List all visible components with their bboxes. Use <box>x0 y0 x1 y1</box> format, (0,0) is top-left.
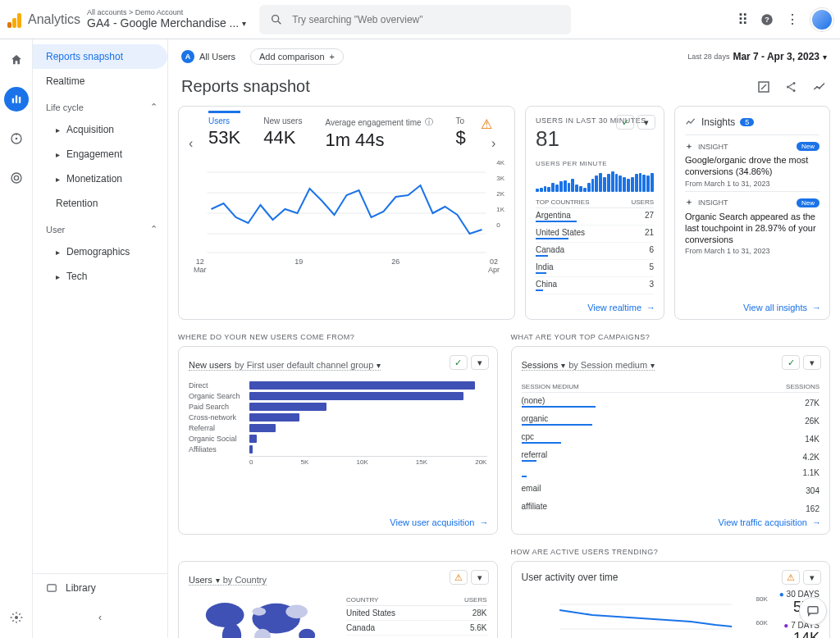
library-icon <box>46 582 57 594</box>
svg-text:?: ? <box>765 16 769 24</box>
nav-rail <box>0 39 33 638</box>
arrow-right-icon: → <box>646 303 655 312</box>
table-row[interactable]: email304 <box>522 481 820 499</box>
warning-icon[interactable]: ⚠ <box>782 570 800 585</box>
nav-acquisition[interactable]: ▸Acquisition <box>33 117 167 142</box>
date-range-picker[interactable]: Last 28 daysMar 7 - Apr 3, 2023▾ <box>687 51 827 62</box>
arrow-right-icon: → <box>480 517 489 527</box>
campaigns-card: ✓▾ Sessions ▾ by Session medium ▾ SESSIO… <box>511 346 831 535</box>
nav-retention[interactable]: Retention <box>33 191 167 216</box>
chip-add-comparison[interactable]: Add comparison+ <box>250 48 344 65</box>
account-selector[interactable]: All accounts > Demo Account GA4 - Google… <box>87 9 246 30</box>
nav-user-header[interactable]: User⌃ <box>33 216 167 239</box>
table-row[interactable]: India5 <box>536 260 654 277</box>
help-icon[interactable]: ? <box>760 12 774 27</box>
svg-point-19 <box>819 87 820 89</box>
status-more-icon[interactable]: ▾ <box>471 570 489 585</box>
table-row[interactable]: United States21 <box>536 226 654 243</box>
search-input[interactable] <box>292 14 561 25</box>
chevron-down-icon: ▾ <box>823 52 827 62</box>
metric-users[interactable]: Users53K <box>208 116 240 148</box>
new-users-card: ✓▾ New users by First user default chann… <box>178 346 498 535</box>
svg-point-29 <box>253 608 267 616</box>
property-name: GA4 - Google Merchandise ...▾ <box>87 17 246 30</box>
metric-engagement-time[interactable]: Average engagement time ⓘ1m 44s <box>325 116 432 151</box>
overview-chart <box>189 156 504 254</box>
analytics-logo[interactable]: Analytics <box>7 11 80 28</box>
hbar-row: Affiliates <box>189 445 487 453</box>
status-more-icon[interactable]: ▾ <box>803 570 821 585</box>
svg-rect-4 <box>11 98 13 103</box>
view-user-acquisition-link[interactable]: View user acquisition→ <box>390 517 488 527</box>
table-row[interactable]: (none)27K <box>522 393 820 411</box>
customize-report-icon[interactable] <box>756 80 771 94</box>
metric-next-button[interactable]: › <box>491 136 506 151</box>
app-shell: Reports snapshot Realtime Life cycle⌃ ▸A… <box>0 39 840 638</box>
collapse-sidenav-button[interactable]: ‹ <box>33 602 167 633</box>
status-check-icon[interactable]: ✓ <box>450 355 468 370</box>
campaigns-dim[interactable]: Sessions ▾ by Session medium ▾ <box>522 360 655 371</box>
metric-prev-button[interactable]: ‹ <box>189 136 203 151</box>
status-more-icon[interactable]: ▾ <box>637 115 655 130</box>
status-more-icon[interactable]: ▾ <box>803 355 821 370</box>
view-realtime-link[interactable]: View realtime→ <box>587 303 655 312</box>
table-row[interactable]: Canada5.6K <box>346 621 487 636</box>
table-row[interactable]: referral4.2K <box>522 447 820 465</box>
status-more-icon[interactable]: ▾ <box>471 355 489 370</box>
user-activity-chart <box>522 592 769 638</box>
new-users-dim[interactable]: New users by First user default channel … <box>189 360 381 371</box>
audience-badge-icon: A <box>181 50 194 63</box>
table-row[interactable]: Argentina27 <box>536 208 654 226</box>
chevron-up-icon: ⌃ <box>150 224 158 235</box>
nav-lifecycle-header[interactable]: Life cycle⌃ <box>33 93 167 117</box>
side-nav: Reports snapshot Realtime Life cycle⌃ ▸A… <box>33 39 168 638</box>
share-icon[interactable] <box>784 80 799 94</box>
warning-icon[interactable]: ⚠ <box>481 116 492 132</box>
analytics-logo-icon <box>7 11 23 28</box>
insight-item[interactable]: INSIGHTNewOrganic Search appeared as the… <box>685 191 819 259</box>
table-row[interactable]: 1.1K <box>522 465 820 481</box>
trending-section-label: HOW ARE ACTIVE USERS TRENDING? <box>511 548 831 556</box>
campaigns-section-label: WHAT ARE YOUR TOP CAMPAIGNS? <box>511 333 831 341</box>
arrow-right-icon: → <box>812 517 821 527</box>
table-row[interactable]: cpc14K <box>522 429 820 447</box>
table-row[interactable]: Canada6 <box>536 243 654 260</box>
rail-reports-icon[interactable] <box>4 87 29 112</box>
table-row[interactable]: United States28K <box>346 606 487 621</box>
svg-point-10 <box>11 173 21 183</box>
metric-new-users[interactable]: New users44K <box>263 116 302 148</box>
nav-engagement[interactable]: ▸Engagement <box>33 142 167 166</box>
info-icon[interactable]: ⓘ <box>425 116 433 128</box>
apps-icon[interactable]: ⠿ <box>737 11 748 29</box>
status-check-icon[interactable]: ✓ <box>616 115 634 130</box>
scroll-area[interactable]: AAll Users Add comparison+ Last 28 daysM… <box>168 39 840 638</box>
metric-total-revenue[interactable]: To$ <box>456 116 466 148</box>
rail-admin-icon[interactable] <box>4 605 29 630</box>
nav-library[interactable]: Library <box>33 573 167 602</box>
nav-reports-snapshot[interactable]: Reports snapshot <box>33 44 167 69</box>
realtime-sparkline <box>536 169 654 192</box>
nav-tech[interactable]: ▸Tech <box>33 264 167 289</box>
avatar[interactable] <box>810 8 833 31</box>
nav-demographics[interactable]: ▸Demographics <box>33 239 167 264</box>
insights-icon[interactable] <box>812 80 827 94</box>
view-traffic-acquisition-link[interactable]: View traffic acquisition→ <box>719 517 821 527</box>
country-dim[interactable]: Users ▾ by Country <box>189 575 267 586</box>
rail-advertising-icon[interactable] <box>4 166 29 190</box>
warning-icon[interactable]: ⚠ <box>450 570 468 585</box>
more-icon[interactable]: ⋮ <box>786 11 799 27</box>
nav-monetization[interactable]: ▸Monetization <box>33 166 167 191</box>
table-row[interactable]: affiliate162 <box>522 499 820 517</box>
nav-realtime[interactable]: Realtime <box>33 69 167 93</box>
insight-item[interactable]: INSIGHTNewGoogle/organic drove the most … <box>685 134 819 191</box>
rail-explore-icon[interactable] <box>4 126 29 151</box>
table-row[interactable]: organic26K <box>522 411 820 429</box>
status-check-icon[interactable]: ✓ <box>782 355 800 370</box>
svg-point-18 <box>816 85 818 87</box>
view-all-insights-link[interactable]: View all insights→ <box>743 303 821 312</box>
feedback-button[interactable] <box>799 597 827 625</box>
rail-home-icon[interactable] <box>4 48 29 72</box>
table-row[interactable]: China3 <box>536 277 654 294</box>
chip-all-users[interactable]: AAll Users <box>181 48 244 66</box>
search-bar[interactable] <box>259 5 571 34</box>
